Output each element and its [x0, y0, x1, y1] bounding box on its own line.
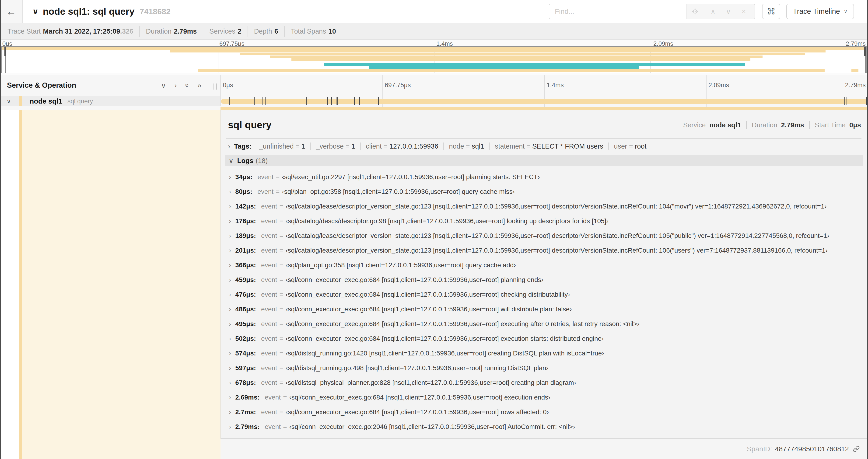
log-event-tick[interactable]	[240, 97, 240, 105]
tag-item: user=root	[608, 142, 651, 150]
spanid-value: 4877749850101760812	[775, 445, 849, 453]
log-event-tick[interactable]	[359, 97, 360, 105]
log-row[interactable]: › 597μs: event = ‹sql/distsql_running.go…	[225, 361, 863, 375]
log-event-tick[interactable]	[331, 97, 332, 105]
trace-info-item: Depth6	[248, 26, 284, 37]
minimap-span-bar[interactable]	[324, 63, 745, 66]
log-row[interactable]: › 142μs: event = ‹sql/catalog/lease/desc…	[225, 199, 863, 214]
log-timestamp: 2.69ms:	[235, 394, 259, 401]
log-event-tick[interactable]	[337, 97, 338, 105]
log-event-tick[interactable]	[262, 97, 262, 105]
span-row-name-cell[interactable]: ∨ node sql1 sql query	[0, 96, 220, 106]
log-event-tick[interactable]	[229, 97, 229, 105]
log-field-value: ‹sql/catalog/lease/descriptor_version_st…	[286, 203, 827, 210]
equals-sign: =	[276, 173, 280, 181]
log-event-tick[interactable]	[265, 97, 266, 105]
span-color-stripe	[19, 110, 22, 459]
log-event-tick[interactable]	[334, 97, 334, 105]
trace-info-item: Total Spans10	[284, 26, 342, 37]
info-label: Total Spans	[291, 28, 326, 35]
info-value: March 31 2022, 17:25:09	[43, 28, 120, 35]
log-row[interactable]: › 574μs: event = ‹sql/distsql_running.go…	[225, 346, 863, 361]
log-row[interactable]: › 366μs: event = ‹sql/plan_opt.go:358 [n…	[225, 258, 863, 272]
match-target-icon[interactable]	[691, 8, 704, 15]
chevron-right-icon: ›	[229, 408, 231, 416]
log-row[interactable]: › 678μs: event = ‹sql/distsql_physical_p…	[225, 375, 863, 390]
tags-row[interactable]: › Tags: _unfinished=1 _verbose=1 client=…	[225, 140, 863, 153]
view-dropdown-button[interactable]: Trace Timeline ∨	[786, 4, 854, 19]
log-timestamp: 2.7ms:	[235, 408, 256, 416]
info-label: Duration	[146, 28, 172, 35]
find-next-icon[interactable]: ∨	[722, 7, 735, 15]
log-timestamp: 476μs:	[235, 291, 256, 298]
log-row[interactable]: › 2.79ms: event = ‹sql/conn_executor_exe…	[225, 419, 863, 434]
log-field-value: ‹sql/conn_executor_exec.go:2046 [nsql1,c…	[289, 423, 575, 431]
deep-link-icon[interactable]	[852, 445, 860, 453]
span-detail-bar[interactable]	[220, 107, 868, 110]
minimap-span-bar[interactable]	[270, 56, 762, 58]
minimap-span-bar[interactable]	[851, 69, 859, 72]
log-row[interactable]: › 476μs: event = ‹sql/conn_executor_exec…	[225, 287, 863, 302]
meta-value: 2.79ms	[781, 121, 804, 129]
expand-one-icon[interactable]: ›	[175, 81, 177, 90]
log-row[interactable]: › 502μs: event = ‹sql/conn_executor_exec…	[225, 331, 863, 346]
log-row[interactable]: › 2.69ms: event = ‹sql/conn_executor_exe…	[225, 390, 863, 405]
log-row[interactable]: › 486μs: event = ‹sql/conn_executor_exec…	[225, 302, 863, 317]
log-row[interactable]: › 189μs: event = ‹sql/catalog/lease/desc…	[225, 228, 863, 243]
back-button[interactable]: ←	[0, 0, 23, 23]
log-row[interactable]: › 80μs: event = ‹sql/plan_opt.go:358 [ns…	[225, 184, 863, 199]
log-field-name: event	[261, 350, 277, 357]
log-row[interactable]: › 34μs: event = ‹sql/exec_util.go:2297 […	[225, 170, 863, 184]
minimap-span-bar[interactable]	[291, 58, 750, 61]
log-row[interactable]: › 495μs: event = ‹sql/conn_executor_exec…	[225, 317, 863, 331]
span-collapse-chevron-icon[interactable]: ∨	[6, 98, 11, 105]
log-row[interactable]: › 459μs: event = ‹sql/conn_executor_exec…	[225, 272, 863, 287]
log-timestamp: 366μs:	[235, 261, 256, 269]
span-duration-bar[interactable]	[221, 99, 868, 104]
logs-section-header[interactable]: ∨ Logs (18)	[225, 155, 863, 166]
log-event-tick[interactable]	[866, 97, 867, 105]
log-event-tick[interactable]	[354, 97, 355, 105]
find-input[interactable]	[549, 4, 686, 19]
log-event-tick[interactable]	[306, 97, 307, 105]
minimap-span-bar[interactable]	[170, 50, 826, 53]
collapse-one-icon[interactable]: ∨	[161, 81, 166, 90]
log-event-tick[interactable]	[328, 97, 328, 105]
log-row[interactable]: › 176μs: event = ‹sql/catalog/descs/desc…	[225, 214, 863, 228]
log-event-tick[interactable]	[378, 97, 379, 105]
minimap-span-bar[interactable]	[2, 47, 866, 50]
collapse-all-icon[interactable]: »	[183, 84, 191, 88]
find-prev-icon[interactable]: ∧	[707, 7, 719, 15]
log-field-value: ‹sql/distsql_running.go:498 [nsql1,clien…	[286, 364, 548, 372]
minimap-span-bar[interactable]	[240, 53, 805, 55]
expand-collapse-controls: ∨ › » »	[161, 81, 202, 90]
viewport-left-handle[interactable]	[4, 47, 6, 56]
equals-sign: =	[526, 142, 530, 150]
expand-all-icon[interactable]: »	[197, 81, 202, 90]
minimap-span-bar[interactable]	[369, 66, 639, 69]
log-event-tick[interactable]	[846, 97, 847, 105]
info-value: 2.79ms	[174, 28, 197, 35]
log-event-tick[interactable]	[844, 97, 845, 105]
log-field-name: event	[261, 291, 277, 298]
log-field-value: ‹sql/conn_executor_exec.go:684 [nsql1,cl…	[286, 276, 544, 284]
window-right-scrollbar[interactable]	[867, 0, 868, 459]
keyboard-shortcuts-button[interactable]: ⌘	[762, 4, 780, 19]
chevron-right-icon: ›	[229, 203, 231, 210]
tag-item: client=127.0.0.1:59936	[360, 142, 443, 150]
span-row-timeline-cell[interactable]	[220, 96, 868, 106]
column-resizer-grip[interactable]	[213, 84, 217, 90]
find-clear-icon[interactable]: ×	[738, 7, 750, 15]
equals-sign: =	[280, 320, 283, 328]
trace-collapse-chevron-icon[interactable]: ∨	[32, 7, 39, 16]
minimap-canvas[interactable]	[1, 46, 867, 73]
info-value: 10	[329, 28, 336, 35]
minimap-span-bar[interactable]	[198, 69, 825, 72]
log-event-tick[interactable]	[254, 97, 254, 105]
log-event-tick[interactable]	[336, 97, 337, 105]
log-row[interactable]: › 201μs: event = ‹sql/catalog/lease/desc…	[225, 243, 863, 258]
log-event-tick[interactable]	[268, 97, 268, 105]
log-row[interactable]: › 2.7ms: event = ‹sql/conn_executor_exec…	[225, 405, 863, 419]
viewport-right-handle[interactable]	[864, 47, 866, 56]
logs-label: Logs	[237, 157, 253, 165]
